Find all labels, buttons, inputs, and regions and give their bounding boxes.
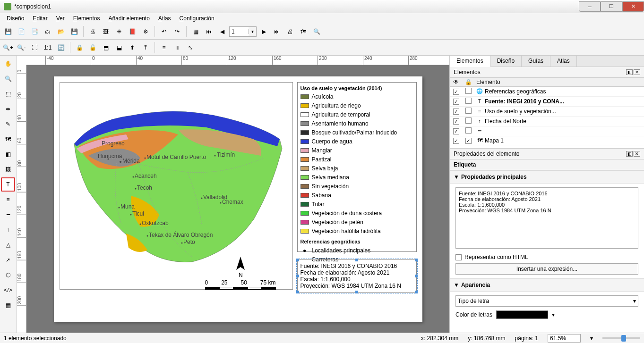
element-row[interactable]: ✓≡Uso de suelo y vegetación... <box>450 107 644 117</box>
unlock-button[interactable]: 🔓 <box>86 42 99 54</box>
map-item[interactable]: Mérida Hunucmá Motul de Carrillo Puerto … <box>60 82 293 290</box>
layout-manager-button[interactable]: 🗂 <box>42 25 54 38</box>
add-label-tool[interactable]: T <box>1 177 15 192</box>
raise-button[interactable]: ⬆ <box>126 42 138 54</box>
undock-icon[interactable]: ◧ <box>626 151 633 157</box>
font-select[interactable]: Tipo de letra▾ <box>455 295 638 307</box>
add-legend-tool[interactable]: ≡ <box>1 192 15 207</box>
tab-diseño[interactable]: Diseño <box>490 56 522 67</box>
minimize-button[interactable]: ─ <box>579 1 601 12</box>
visibility-checkbox[interactable]: ✓ <box>453 109 459 115</box>
export-pdf-button[interactable]: 📕 <box>126 25 138 38</box>
grid-button[interactable]: ▦ <box>189 25 202 38</box>
save-button[interactable]: 💾 <box>2 25 14 38</box>
chevron-down-icon[interactable]: ▾ <box>552 311 555 318</box>
scalebar-item[interactable]: 0255075 km <box>205 279 276 290</box>
tab-elementos[interactable]: Elementos <box>450 56 490 67</box>
add-scalebar-tool[interactable]: ━ <box>1 208 15 222</box>
pan-tool[interactable]: ✋ <box>1 57 15 71</box>
add-shape-tool[interactable]: △ <box>1 238 15 252</box>
add-table-tool[interactable]: ▦ <box>1 298 15 312</box>
group-button[interactable]: ⬒ <box>100 42 112 54</box>
label-item-credits[interactable]: Fuente: INEGI 2016 y CONABIO 2016Fecha d… <box>297 259 417 293</box>
dup-layout-button[interactable]: 📑 <box>28 25 41 38</box>
chevron-down-icon[interactable]: ▾ <box>590 335 593 342</box>
resize-button[interactable]: ⤡ <box>184 42 197 54</box>
zoom-full-button[interactable]: ⛶ <box>28 42 41 54</box>
font-color-swatch[interactable] <box>496 310 548 319</box>
render-html-checkbox[interactable] <box>455 254 462 260</box>
close-button[interactable]: ✕ <box>622 1 644 12</box>
legend-item[interactable]: Uso de suelo y vegetación (2014) Acuícol… <box>297 82 417 252</box>
visibility-checkbox[interactable]: ✓ <box>453 118 459 125</box>
appearance-section[interactable]: ▼ Apariencia <box>450 278 644 292</box>
export-image-button[interactable]: 🖼 <box>100 25 112 38</box>
element-row[interactable]: ✓🌐Referencias geográficas <box>450 87 644 97</box>
element-row[interactable]: ✓TFuente: INEGI 2016 y CONA... <box>450 97 644 107</box>
label-text-input[interactable] <box>455 187 638 249</box>
last-page-button[interactable]: ⏭ <box>271 25 283 38</box>
tab-guías[interactable]: Guías <box>522 56 550 67</box>
export-svg-button[interactable]: ✳ <box>113 25 125 38</box>
zoom-out-button[interactable]: 🔍- <box>15 42 27 54</box>
visibility-checkbox[interactable]: ✓ <box>453 138 459 144</box>
undo-button[interactable]: ↶ <box>158 25 170 38</box>
lock-checkbox[interactable] <box>465 127 472 134</box>
page-spinner[interactable]: ▾ <box>229 26 257 37</box>
lock-checkbox[interactable] <box>465 88 472 94</box>
visibility-checkbox[interactable]: ✓ <box>453 99 459 105</box>
refresh-button[interactable]: 🔄 <box>55 42 67 54</box>
menu-añadir-elemento[interactable]: Añadir elemento <box>104 14 153 23</box>
settings-button[interactable]: ⚙ <box>139 25 152 38</box>
align-button[interactable]: ≡ <box>158 42 170 54</box>
ungroup-button[interactable]: ⬓ <box>113 42 125 54</box>
menu-editar[interactable]: Editar <box>29 14 51 23</box>
first-page-button[interactable]: ⏮ <box>203 25 215 38</box>
lock-button[interactable]: 🔒 <box>73 42 86 54</box>
add-arrow-tool[interactable]: ➚ <box>1 253 15 267</box>
add-map-tool[interactable]: 🗺 <box>1 132 15 146</box>
export-atlas-button[interactable]: 🗺 <box>297 25 309 38</box>
lock-checkbox[interactable]: ✓ <box>465 138 472 144</box>
zoom-slider[interactable] <box>602 337 640 339</box>
element-row[interactable]: ✓━ <box>450 126 644 136</box>
north-arrow-item[interactable]: N <box>233 256 248 279</box>
close-panel-icon[interactable]: ✕ <box>634 151 640 157</box>
add-picture-tool[interactable]: 🖼 <box>1 162 15 176</box>
redo-button[interactable]: ↷ <box>171 25 183 38</box>
distribute-button[interactable]: ⫴ <box>171 42 183 54</box>
menu-ver[interactable]: Ver <box>52 14 69 23</box>
maximize-button[interactable]: ☐ <box>601 1 622 12</box>
select-tool[interactable]: ⬚ <box>1 87 15 101</box>
menu-atlas[interactable]: Atlas <box>155 14 175 23</box>
elements-list[interactable]: 👁 🔒 Elemento ✓🌐Referencias geográficas✓T… <box>450 78 644 149</box>
layout-canvas[interactable]: Mérida Hunucmá Motul de Carrillo Puerto … <box>26 65 449 333</box>
open-button[interactable]: 📂 <box>55 25 67 38</box>
edit-nodes-tool[interactable]: ✎ <box>1 117 15 131</box>
insert-expression-button[interactable]: Insertar una expresión... <box>455 263 638 275</box>
zoom-actual-button[interactable]: 1:1 <box>42 42 54 54</box>
new-layout-button[interactable]: 📄 <box>15 25 27 38</box>
lock-checkbox[interactable] <box>465 98 472 104</box>
save-template-button[interactable]: 💾 <box>68 25 80 38</box>
page-input[interactable] <box>230 27 249 36</box>
visibility-checkbox[interactable]: ✓ <box>453 128 459 134</box>
element-row[interactable]: ✓✓🗺Mapa 1 <box>450 136 644 145</box>
zoom-in-button[interactable]: 🔍+ <box>2 42 14 54</box>
visibility-checkbox[interactable]: ✓ <box>453 89 459 95</box>
bring-front-button[interactable]: ⤒ <box>139 42 152 54</box>
zoom-field[interactable]: 61.5% <box>548 334 581 343</box>
add-northarrow-tool[interactable]: ↑ <box>1 223 15 237</box>
close-panel-icon[interactable]: ✕ <box>634 69 640 75</box>
undock-icon[interactable]: ◧ <box>626 69 633 75</box>
add-nodeitem-tool[interactable]: ⬡ <box>1 268 15 282</box>
atlas-settings-button[interactable]: 🔍 <box>310 25 323 38</box>
menu-diseño[interactable]: Diseño <box>3 14 28 23</box>
lock-checkbox[interactable] <box>465 108 472 114</box>
print-button[interactable]: 🖨 <box>86 25 99 38</box>
print-atlas-button[interactable]: 🖨 <box>284 25 296 38</box>
menu-elementos[interactable]: Elementos <box>69 14 104 23</box>
add-3dmap-tool[interactable]: ◧ <box>1 147 15 161</box>
menu-configuración[interactable]: Configuración <box>176 14 218 23</box>
add-html-tool[interactable]: </> <box>1 283 15 297</box>
